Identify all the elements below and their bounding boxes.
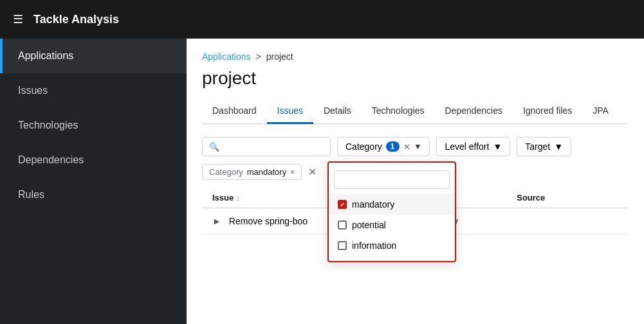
issue-sort-icon[interactable]: ↕ bbox=[236, 194, 240, 202]
tab-details[interactable]: Details bbox=[313, 99, 362, 124]
search-icon: 🔍 bbox=[209, 142, 219, 152]
breadcrumb-link[interactable]: Applications bbox=[202, 51, 251, 62]
row-expand-icon[interactable]: ► bbox=[212, 216, 221, 226]
app-title: Tackle Analysis bbox=[33, 13, 119, 26]
sidebar-item-rules[interactable]: Rules bbox=[0, 177, 187, 212]
clear-all-filters-icon[interactable]: ✕ bbox=[308, 166, 317, 178]
category-dropdown: mandatory potential information bbox=[327, 161, 456, 262]
sidebar-item-dependencies[interactable]: Dependencies bbox=[0, 143, 187, 177]
page-title: project bbox=[202, 68, 629, 89]
tab-issues[interactable]: Issues bbox=[267, 99, 313, 124]
top-nav: ☰ Tackle Analysis bbox=[0, 0, 644, 39]
information-checkbox[interactable] bbox=[338, 241, 347, 250]
tab-ignored-files[interactable]: Ignored files bbox=[513, 99, 582, 124]
tabs-bar: Dashboard Issues Details Technologies De… bbox=[202, 99, 629, 124]
level-effort-button[interactable]: Level effort ▼ bbox=[436, 137, 510, 156]
active-filter-value: mandatory bbox=[247, 167, 286, 177]
level-effort-label: Level effort bbox=[445, 141, 489, 152]
potential-checkbox[interactable] bbox=[338, 221, 347, 230]
tab-jpa[interactable]: JPA bbox=[582, 99, 619, 124]
target-chevron-icon: ▼ bbox=[554, 141, 563, 152]
main-content: Applications > project project Dashboard… bbox=[187, 39, 644, 324]
category-chevron-icon: ▼ bbox=[414, 142, 422, 151]
breadcrumb-separator: > bbox=[256, 51, 261, 62]
tab-technologies[interactable]: Technologies bbox=[362, 99, 435, 124]
category-count-badge: 1 bbox=[386, 141, 400, 152]
sidebar-item-applications[interactable]: Applications bbox=[0, 39, 187, 73]
breadcrumb-current: project bbox=[266, 51, 293, 62]
target-label: Target bbox=[525, 141, 550, 152]
tab-dashboard[interactable]: Dashboard bbox=[202, 99, 267, 124]
sidebar-item-issues[interactable]: Issues bbox=[0, 73, 187, 108]
hamburger-icon[interactable]: ☰ bbox=[13, 12, 23, 26]
sidebar-item-technologies[interactable]: Technologies bbox=[0, 108, 187, 143]
category-filter-button[interactable]: Category 1 ✕ ▼ bbox=[337, 137, 430, 156]
search-input[interactable] bbox=[223, 141, 324, 152]
active-filter-tag: Category mandatory × bbox=[202, 164, 302, 180]
dropdown-search-input[interactable] bbox=[334, 170, 450, 189]
dropdown-item-mandatory[interactable]: mandatory bbox=[329, 194, 455, 215]
filters-row: 🔍 Category 1 ✕ ▼ Level effort ▼ Target ▼ bbox=[202, 137, 629, 156]
category-clear-icon[interactable]: ✕ bbox=[403, 142, 410, 152]
target-button[interactable]: Target ▼ bbox=[517, 137, 571, 156]
category-filter-label: Category bbox=[345, 141, 382, 152]
level-effort-chevron-icon: ▼ bbox=[493, 141, 502, 152]
search-wrapper: 🔍 bbox=[202, 137, 331, 156]
col-header-source: Source bbox=[517, 193, 618, 203]
potential-label: potential bbox=[352, 220, 386, 230]
dropdown-item-potential[interactable]: potential bbox=[329, 215, 455, 235]
mandatory-checkbox[interactable] bbox=[338, 200, 347, 209]
information-label: information bbox=[352, 240, 396, 251]
sidebar: Applications Issues Technologies Depende… bbox=[0, 39, 187, 324]
main-layout: Applications Issues Technologies Depende… bbox=[0, 39, 644, 324]
mandatory-label: mandatory bbox=[352, 199, 394, 210]
dropdown-item-information[interactable]: information bbox=[329, 235, 455, 256]
active-filter-category-label: Category bbox=[209, 167, 243, 177]
active-filter-remove-icon[interactable]: × bbox=[290, 168, 295, 177]
breadcrumb: Applications > project bbox=[202, 51, 629, 62]
tab-dependencies[interactable]: Dependencies bbox=[435, 99, 513, 124]
